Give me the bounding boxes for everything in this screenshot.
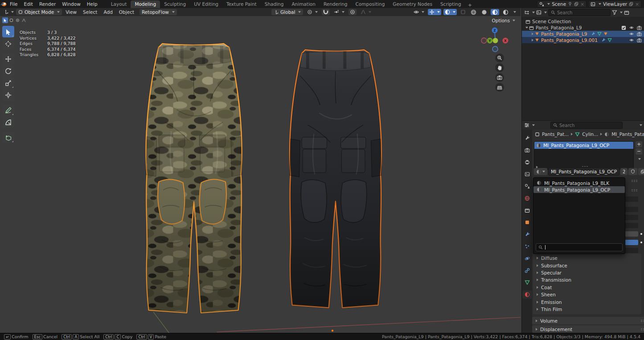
snap-target-dropdown[interactable] [332,9,346,15]
menu-add[interactable]: Add [101,9,115,15]
outliner-row-object-active[interactable]: Pants_Patagonia_L9 [522,31,644,37]
tab-layout[interactable]: Layout [107,0,131,8]
breadcrumb-object[interactable]: Pants_Pat... [542,131,569,137]
expand-icon[interactable] [532,33,533,35]
camera-icon[interactable] [637,25,642,30]
outliner-row-scene-collection[interactable]: Scene Collection [522,18,644,25]
properties-search[interactable] [550,122,623,129]
pants-black-model[interactable] [275,47,392,311]
tool-scale[interactable] [2,77,14,89]
section-diffuse[interactable]: Diffuse [533,254,641,262]
chevron-down-icon[interactable] [532,124,535,126]
remove-slot-button[interactable]: − [636,148,642,155]
panel-displacement[interactable]: Displacement [532,325,644,333]
gizmo-axis-neg-x[interactable] [481,38,487,43]
menu-render[interactable]: Render [36,1,59,7]
tab-view-layer[interactable] [522,170,532,178]
dropdown-item[interactable]: MI_Pants_Patagonia_L9_BLK [533,180,625,186]
tab-compositing[interactable]: Compositing [352,0,389,8]
material-name-field[interactable]: MI_Pants_Patagonia_L9_OCP [548,168,619,176]
section-sheen[interactable]: Sheen [533,291,641,298]
tool-measure[interactable] [2,116,14,128]
breadcrumb-material[interactable]: MI_Pants_Patag... [611,131,644,137]
menu-help[interactable]: Help [84,1,101,7]
material-slot-active[interactable]: MI_Pants_Patagonia_L9_OCP [534,142,633,149]
panel-grip[interactable] [631,180,638,182]
view-layer-selector[interactable]: ViewLayer × [588,0,641,8]
breadcrumb-mesh[interactable]: Cylin... [582,131,598,137]
tab-material[interactable] [522,291,532,299]
tab-scene[interactable] [522,182,532,190]
navigation-gizmo[interactable]: X Y Z [480,26,509,54]
shading-material-button[interactable] [491,9,499,15]
tab-physics[interactable] [522,254,532,262]
checkbox-icon[interactable] [621,25,626,30]
chevron-down-icon[interactable] [544,12,547,13]
fake-user-button[interactable] [628,168,637,175]
add-slot-button[interactable]: + [636,141,642,147]
properties-search-input[interactable] [559,123,620,128]
section-subsurface[interactable]: Subsurface [533,262,641,269]
proportional-editing-toggle[interactable] [349,9,357,15]
properties-editor-icon[interactable] [524,123,529,128]
menu-window[interactable]: Window [59,1,83,7]
expand-icon[interactable] [525,27,528,29]
properties-options-chevron[interactable] [640,124,642,126]
slot-specials-chevron[interactable] [638,158,641,160]
outliner-filter-image-icon[interactable] [536,10,541,15]
tab-collection[interactable] [522,206,532,214]
tab-modeling[interactable]: Modeling [131,0,160,8]
material-slot-list[interactable]: MI_Pants_Patagonia_L9_OCP [534,141,634,170]
transform-orientation-dropdown[interactable]: Global [271,9,304,15]
pan-hand-button[interactable] [495,63,504,72]
menu-select[interactable]: Select [80,9,100,15]
tool-add-cube[interactable] [2,131,14,143]
retopoflow-menu[interactable]: RetopoFlow [139,9,177,15]
new-material-button[interactable] [638,168,644,175]
tab-output[interactable] [522,158,532,166]
browse-material-button[interactable] [534,168,547,175]
panel-volume[interactable]: Volume [532,317,644,324]
overlays-toggle[interactable] [443,9,457,15]
outliner-display-mode-icon[interactable] [524,10,529,15]
tab-uv-editing[interactable]: UV Editing [190,0,222,8]
outliner-search[interactable] [548,9,611,16]
mode-dropdown[interactable]: Object Mode [16,9,62,15]
tab-render[interactable] [522,146,532,154]
tab-texture-paint[interactable]: Texture Paint [222,0,261,8]
shading-solid-button[interactable] [480,9,488,15]
tab-rendering[interactable]: Rendering [320,0,352,8]
viewport-canvas[interactable]: Options O [0,16,521,333]
select-lasso-mode[interactable] [21,17,27,23]
outliner-search-input[interactable] [557,10,608,15]
camera-icon[interactable] [637,32,642,37]
tool-annotate[interactable] [2,104,14,116]
scene-selector[interactable]: Scene × [537,0,587,8]
decorator-dot[interactable] [640,233,642,235]
select-tweak-mode[interactable] [2,17,8,23]
add-workspace-button[interactable]: + [465,2,475,8]
tab-scripting[interactable]: Scripting [436,0,465,8]
menu-edit[interactable]: Edit [21,1,36,7]
tab-animation[interactable]: Animation [287,0,320,8]
gizmos-toggle[interactable] [428,9,441,15]
tab-world[interactable] [522,194,532,202]
eye-icon[interactable] [629,38,634,42]
section-specular[interactable]: Specular [533,269,641,276]
tab-tool[interactable] [522,134,532,142]
tool-rotate[interactable] [2,65,14,77]
pin-icon[interactable] [568,2,572,6]
decorator-dot[interactable] [640,242,642,243]
dropdown-item-highlighted[interactable]: MI_Pants_Patagonia_L9_OCP [533,186,625,193]
eye-icon[interactable] [629,25,634,30]
editor-type-button[interactable] [2,9,15,15]
panel-grip[interactable] [631,189,638,192]
tab-constraints[interactable] [522,266,532,274]
gizmo-axis-neg-y[interactable] [493,38,498,43]
camera-view-button[interactable] [495,73,504,82]
shading-wireframe-button[interactable] [469,9,478,15]
object-type-visibility-dropdown[interactable] [412,9,426,15]
section-emission[interactable]: Emission [533,298,641,305]
tool-cursor[interactable] [2,38,14,49]
gizmo-axis-neg-z[interactable] [492,46,498,52]
